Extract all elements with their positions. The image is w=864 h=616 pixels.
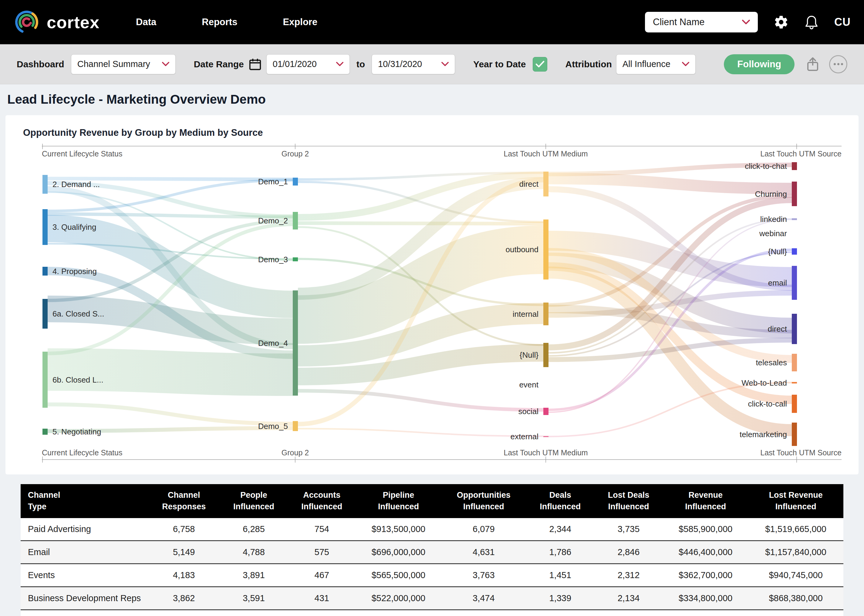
sankey-node-qualifying[interactable] — [43, 209, 47, 245]
sankey-node-direct_s[interactable] — [792, 314, 797, 344]
more-options-button[interactable] — [829, 55, 847, 73]
sankey-link-demo4-to-social[interactable] — [298, 391, 543, 410]
gear-icon — [774, 14, 789, 30]
sankey-link-closed_l-to-demo5[interactable] — [47, 404, 293, 424]
chevron-down-icon — [162, 62, 169, 66]
sankey-node-web_to_lead[interactable] — [792, 382, 797, 383]
table-cell: $435,000,000 — [356, 610, 441, 616]
nav-item-explore[interactable]: Explore — [283, 17, 317, 28]
table-body: Paid Advertising6,7586,285754$913,500,00… — [20, 518, 844, 616]
axis-label: Current Lifecycle Status — [42, 149, 122, 158]
column-header: RevenueInfluenced — [663, 484, 748, 518]
table-cell: 2,344 — [527, 518, 594, 541]
table-cell: 6,285 — [220, 518, 288, 541]
sankey-node-social[interactable] — [543, 408, 549, 415]
sankey-node-direct_m[interactable] — [543, 171, 549, 196]
sankey-node-telemarketing[interactable] — [792, 423, 797, 446]
client-name-dropdown[interactable]: Client Name — [645, 12, 758, 33]
sankey-node-label-demo4: Demo_4 — [258, 339, 288, 348]
table-cell: $446,400,000 — [663, 541, 748, 564]
sankey-node-label-demo5: Demo_5 — [258, 422, 288, 431]
sankey-link-demo5-to-external[interactable] — [298, 429, 543, 436]
dashboard-select[interactable]: Channel Summary — [71, 54, 176, 74]
brand[interactable]: cortex — [13, 9, 99, 36]
sankey-link-demand-to-demo1[interactable] — [47, 179, 293, 179]
sankey-node-telesales[interactable] — [792, 354, 797, 371]
check-icon — [536, 61, 544, 68]
table-cell: 754 — [288, 518, 356, 541]
table-cell: $868,380,000 — [748, 586, 844, 610]
sankey-node-external[interactable] — [543, 436, 549, 437]
sankey-node-churning[interactable] — [792, 182, 797, 206]
year-to-date-checkbox[interactable] — [533, 57, 547, 72]
attribution-select[interactable]: All Influence — [616, 54, 695, 74]
sankey-node-demo4[interactable] — [293, 291, 298, 396]
table-cell: Business Development Reps — [20, 586, 148, 610]
date-from-select[interactable]: 01/01/2020 — [266, 54, 350, 74]
table-cell: 4,631 — [441, 541, 527, 564]
share-button[interactable] — [806, 57, 820, 72]
page-title: Lead Lifecycle - Marketing Overview Demo — [5, 84, 859, 115]
sankey-link-direct_m-to-churning[interactable] — [549, 179, 792, 189]
sankey-node-closed_l[interactable] — [43, 352, 47, 408]
sankey-node-click_to_chat[interactable] — [792, 162, 797, 170]
client-name-value: Client Name — [653, 17, 705, 28]
nav-item-reports[interactable]: Reports — [202, 17, 237, 28]
table-cell: 3,891 — [220, 564, 288, 586]
column-header: Lost DealsInfluenced — [594, 484, 663, 518]
sankey-node-demo3[interactable] — [293, 258, 298, 261]
table-cell: 4,788 — [220, 541, 288, 564]
sankey-link-closed_l-to-demo4[interactable] — [47, 369, 293, 375]
sankey-node-demo1[interactable] — [293, 178, 298, 185]
sankey-node-label-closed_s: 6a. Closed S... — [52, 309, 104, 318]
sankey-node-demand[interactable] — [43, 175, 47, 194]
dot — [841, 63, 843, 65]
sankey-node-internal[interactable] — [543, 303, 549, 325]
sankey-node-null_s[interactable] — [792, 248, 797, 255]
table-cell: 3,591 — [220, 586, 288, 610]
sankey-link-demo2-to-outbound[interactable] — [298, 223, 543, 224]
settings-button[interactable] — [774, 14, 789, 30]
table-cell: 6,079 — [441, 518, 527, 541]
cortex-logo-icon — [13, 9, 40, 36]
following-button[interactable]: Following — [724, 54, 795, 74]
sankey-node-label-direct_s: direct — [768, 324, 787, 333]
table-row[interactable]: Events4,1833,891467$565,500,0003,7631,45… — [20, 564, 844, 586]
table-cell: 2,993 — [220, 610, 288, 616]
share-icon — [806, 57, 820, 72]
avatar[interactable]: CU — [834, 16, 851, 28]
sankey-diagram[interactable]: Current Lifecycle StatusGroup 2Last Touc… — [14, 144, 850, 471]
table-cell: $522,000,000 — [356, 586, 441, 610]
date-to-select[interactable]: 10/31/2020 — [372, 54, 455, 74]
table-row[interactable]: Paid Advertising6,7586,285754$913,500,00… — [20, 518, 844, 541]
axis-label: Last Touch UTM Medium — [504, 448, 588, 457]
nav-item-data[interactable]: Data — [136, 17, 156, 28]
table-row[interactable]: Email5,1494,788575$696,000,0004,6311,786… — [20, 541, 844, 564]
table-row[interactable]: Business Development Reps3,8623,591431$5… — [20, 586, 844, 610]
sankey-node-label-proposing: 4. Proposing — [52, 267, 97, 276]
sankey-node-demo5[interactable] — [293, 421, 298, 431]
sankey-node-click_to_call[interactable] — [792, 395, 797, 413]
sankey-node-linkedin[interactable] — [792, 218, 797, 220]
top-navigation: cortex DataReportsExplore Client Name CU — [0, 0, 864, 44]
sankey-node-negotiating[interactable] — [43, 429, 47, 435]
sankey-node-closed_s[interactable] — [43, 299, 47, 328]
table-row[interactable]: Direct Mail3,2182,993359$435,000,0002,89… — [20, 610, 844, 616]
table-cell: 3,218 — [148, 610, 220, 616]
table-cell: Events — [20, 564, 148, 586]
notifications-button[interactable] — [804, 14, 818, 30]
sankey-node-demo2[interactable] — [293, 212, 298, 229]
calendar-icon[interactable] — [248, 57, 262, 71]
sankey-node-outbound[interactable] — [543, 220, 549, 280]
sankey-node-label-outbound: outbound — [506, 245, 539, 254]
sankey-node-label-direct_m: direct — [519, 179, 539, 189]
sankey-node-email[interactable] — [792, 266, 797, 300]
sankey-node-null_m[interactable] — [543, 343, 549, 367]
sankey-node-proposing[interactable] — [43, 267, 47, 275]
table-cell: $1,157,840,000 — [748, 541, 844, 564]
table-cell: 3,763 — [441, 564, 527, 586]
date-range-label: Date Range — [194, 59, 244, 69]
table-cell: 1,786 — [527, 541, 594, 564]
dot — [837, 63, 839, 65]
column-header: OpportunitiesInfluenced — [441, 484, 527, 518]
